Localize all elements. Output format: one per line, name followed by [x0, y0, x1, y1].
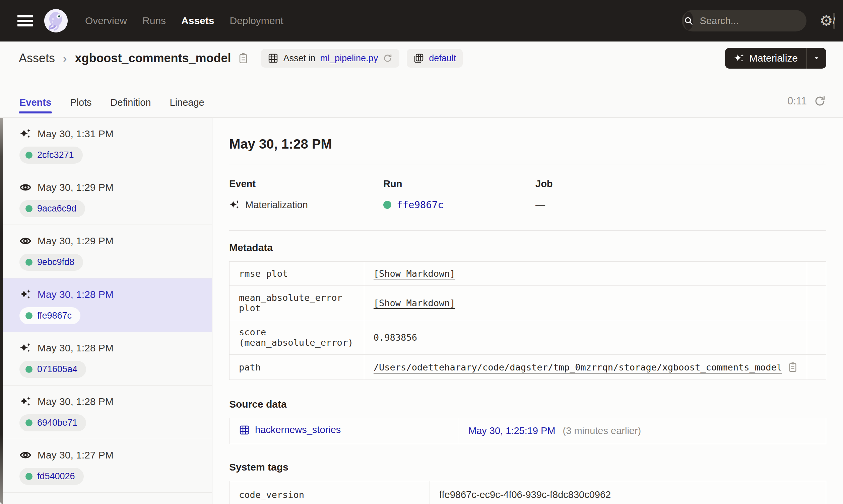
asset-table-icon: [268, 53, 278, 64]
metadata-key: mean_absolute_error plot: [229, 286, 364, 320]
run-status-dot: [25, 366, 33, 373]
run-id-chip[interactable]: ffe9867c: [19, 307, 81, 324]
metadata-key: rmse plot: [229, 262, 364, 286]
run-status-dot: [25, 205, 33, 212]
metadata-value: 0.983856: [364, 320, 807, 355]
run-id-link[interactable]: ffe9867c: [397, 199, 444, 211]
event-list-item[interactable]: May 30, 1:31 PM 2cfc3271: [0, 118, 212, 172]
run-status-dot: [383, 201, 391, 209]
tab-lineage[interactable]: Lineage: [169, 97, 205, 118]
materialize-button[interactable]: Materialize: [725, 48, 807, 69]
metadata-heading: Metadata: [229, 242, 826, 253]
copy-asset-name-icon[interactable]: [238, 52, 248, 64]
run-id-link[interactable]: 6940be71: [37, 418, 78, 428]
run-id-link[interactable]: 9aca6c9d: [37, 203, 76, 214]
run-id-link[interactable]: 2cfc3271: [37, 150, 74, 160]
source-asset-link[interactable]: hackernews_stories: [239, 424, 341, 435]
group-tag-label[interactable]: default: [429, 53, 456, 64]
divider: [229, 165, 826, 165]
materialization-icon: [19, 288, 32, 301]
run-id-chip[interactable]: 2cfc3271: [19, 147, 83, 164]
tab-definition[interactable]: Definition: [110, 97, 152, 118]
event-summary-grid: Event Materialization Run ffe9867c Job —: [229, 178, 826, 212]
system-tags-table: code_version ffe9867c-ec9c-4f06-939c-f8d…: [229, 481, 826, 504]
run-id-chip[interactable]: 6940be71: [19, 414, 86, 431]
table-row: code_version ffe9867c-ec9c-4f06-939c-f8d…: [229, 481, 826, 504]
show-markdown-link[interactable]: [Show Markdown]: [374, 298, 455, 308]
materialization-icon: [19, 396, 32, 408]
event-list-item[interactable]: May 30, 1:28 PM 071605a4: [0, 332, 212, 385]
event-list-item-selected[interactable]: May 30, 1:28 PM ffe9867c: [0, 278, 212, 332]
job-value: —: [535, 199, 545, 211]
tab-plots[interactable]: Plots: [69, 97, 92, 118]
run-id-chip[interactable]: fd540026: [19, 468, 84, 485]
event-list-item[interactable]: May 30, 1:28 PM 6940be71: [0, 385, 212, 439]
code-location-tag[interactable]: Asset in ml_pipeline.py: [261, 49, 399, 68]
event-column-label: Event: [229, 178, 383, 190]
event-timestamp: May 30, 1:29 PM: [37, 182, 114, 193]
system-tag-key: code_version: [229, 481, 430, 504]
reload-location-icon[interactable]: [383, 53, 393, 63]
dagster-logo[interactable]: [44, 9, 68, 33]
observation-icon: [19, 449, 32, 461]
source-time-relative: (3 minutes earlier): [563, 425, 641, 436]
table-row: score (mean_absolute_error) 0.983856: [229, 320, 826, 355]
asset-group-tag[interactable]: default: [407, 49, 463, 68]
event-list-item[interactable]: May 30, 1:29 PM 9ebc9fd8: [0, 225, 212, 278]
event-timestamp: May 30, 1:27 PM: [37, 449, 114, 461]
nav-overview[interactable]: Overview: [85, 15, 127, 26]
run-id-link[interactable]: 071605a4: [37, 364, 78, 375]
run-id-link[interactable]: fd540026: [37, 471, 75, 482]
run-id-link[interactable]: 9ebc9fd8: [37, 257, 74, 267]
run-id-chip[interactable]: 9aca6c9d: [19, 200, 85, 217]
divider: [229, 230, 826, 231]
event-list-sidebar: May 30, 1:31 PM 2cfc3271 May 30, 1:29 PM…: [0, 118, 212, 504]
nav-runs[interactable]: Runs: [142, 15, 166, 26]
event-timestamp: May 30, 1:29 PM: [37, 235, 114, 247]
run-status-dot: [25, 473, 33, 480]
materialize-dropdown-button[interactable]: [807, 48, 826, 69]
materialize-label: Materialize: [749, 53, 798, 64]
event-timestamp: May 30, 1:28 PM: [37, 396, 114, 407]
breadcrumb-chevron: ›: [63, 52, 67, 65]
page-title: xgboost_comments_model: [75, 51, 231, 65]
metadata-key: score (mean_absolute_error): [229, 320, 364, 355]
chevron-down-icon: [812, 54, 821, 62]
event-list-item[interactable]: May 30, 1:29 PM 9aca6c9d: [0, 172, 212, 225]
asset-header-bar: Assets › xgboost_comments_model Asset in…: [0, 41, 843, 75]
events-content: May 30, 1:31 PM 2cfc3271 May 30, 1:29 PM…: [0, 118, 843, 504]
event-detail-pane: May 30, 1:28 PM Event Materialization Ru…: [212, 118, 843, 504]
settings-gear-icon[interactable]: ⚙: [820, 13, 833, 28]
system-tag-value: ffe9867c-ec9c-4f06-939c-f8dc830c0962: [430, 481, 826, 504]
tab-events[interactable]: Events: [19, 97, 52, 118]
code-location-prefix: Asset in: [283, 53, 315, 64]
search-input[interactable]: [699, 15, 827, 27]
observation-icon: [19, 181, 32, 194]
refresh-icon[interactable]: [813, 95, 826, 107]
run-id-link[interactable]: ffe9867c: [37, 310, 72, 321]
metadata-key: path: [229, 355, 364, 380]
menu-icon[interactable]: [17, 15, 33, 26]
search-shortcut-badge: /: [833, 13, 836, 29]
source-asset-name[interactable]: hackernews_stories: [255, 424, 341, 435]
search-box[interactable]: /: [682, 10, 807, 32]
job-column-label: Job: [535, 178, 690, 190]
source-data-table: hackernews_stories May 30, 1:25:19 PM (3…: [229, 418, 826, 444]
event-type-value: Materialization: [245, 199, 308, 211]
nav-deployment[interactable]: Deployment: [229, 15, 283, 26]
code-location-link[interactable]: ml_pipeline.py: [320, 53, 378, 64]
run-id-chip[interactable]: 9ebc9fd8: [19, 254, 83, 271]
nav-assets[interactable]: Assets: [181, 15, 214, 26]
copy-path-icon[interactable]: [788, 361, 797, 373]
event-timestamp: May 30, 1:28 PM: [37, 342, 114, 354]
show-markdown-link[interactable]: [Show Markdown]: [374, 268, 455, 279]
run-status-dot: [25, 259, 33, 266]
event-list-item[interactable]: May 30, 1:27 PM fd540026: [0, 439, 212, 492]
path-link[interactable]: /Users/odetteharary/code/dagster/tmp_0mz…: [374, 362, 782, 373]
materialization-icon: [19, 128, 32, 140]
run-id-chip[interactable]: 071605a4: [19, 361, 86, 378]
materialize-split-button: Materialize: [725, 48, 826, 69]
window-edge-scrollbar[interactable]: [0, 118, 3, 504]
source-time-link[interactable]: May 30, 1:25:19 PM: [468, 425, 555, 436]
breadcrumb-assets-link[interactable]: Assets: [19, 51, 55, 65]
